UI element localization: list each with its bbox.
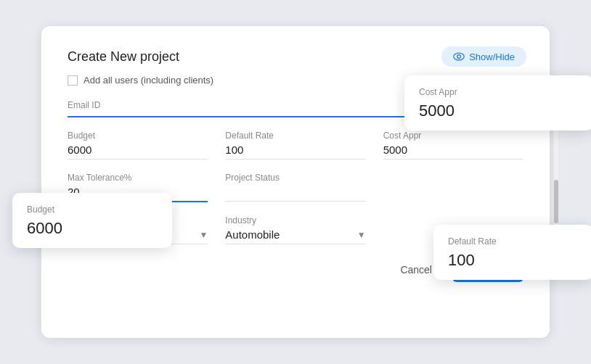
project-status-value[interactable]: [225, 186, 365, 202]
tooltip-budget-label: Budget: [27, 204, 158, 215]
svg-point-0: [454, 53, 464, 60]
default-rate-label: Default Rate: [225, 131, 365, 141]
max-tolerance-label: Max Tolerance%: [68, 173, 208, 183]
project-type-arrow-icon: ▼: [199, 230, 208, 240]
main-dialog: Show/Hide Create New project Add all use…: [41, 26, 550, 338]
industry-label: Industry: [225, 215, 365, 226]
show-hide-button[interactable]: Show/Hide: [441, 46, 526, 67]
tooltip-cost-appr: Cost Appr 5000: [404, 75, 591, 131]
cost-appr-value[interactable]: 5000: [383, 144, 523, 160]
svg-point-1: [457, 55, 461, 59]
cost-appr-field-group: Cost Appr 5000: [383, 131, 523, 160]
budget-value[interactable]: 6000: [68, 144, 208, 160]
add-users-checkbox[interactable]: [68, 75, 78, 86]
industry-arrow-icon: ▼: [357, 230, 366, 240]
spacer-col: [383, 173, 523, 202]
budget-label: Budget: [68, 131, 208, 141]
tooltip-cost-appr-value: 5000: [419, 102, 579, 120]
industry-field-group: Industry Automobile ▼: [225, 215, 365, 244]
tooltip-cost-appr-label: Cost Appr: [419, 87, 579, 97]
cost-appr-label: Cost Appr: [383, 131, 523, 141]
tooltip-default-rate-value: 100: [448, 251, 579, 270]
scroll-thumb[interactable]: [554, 180, 558, 223]
budget-field-group: Budget 6000: [68, 131, 208, 160]
tooltip-default-rate: Default Rate 100: [433, 225, 591, 280]
row-budget-rate-cost: Budget 6000 Default Rate 100 Cost Appr 5…: [68, 131, 523, 160]
show-hide-label: Show/Hide: [469, 51, 515, 62]
project-status-label: Project Status: [225, 173, 365, 183]
industry-value[interactable]: Automobile ▼: [225, 228, 365, 244]
add-users-label: Add all users (including clients): [83, 75, 213, 86]
eye-icon: [453, 51, 465, 62]
project-status-field-group: Project Status: [225, 173, 365, 202]
default-rate-field-group: Default Rate 100: [225, 131, 365, 160]
tooltip-default-rate-label: Default Rate: [448, 236, 579, 247]
tooltip-budget-value: 6000: [27, 219, 158, 238]
tooltip-budget: Budget 6000: [12, 193, 172, 248]
default-rate-value[interactable]: 100: [225, 144, 365, 160]
